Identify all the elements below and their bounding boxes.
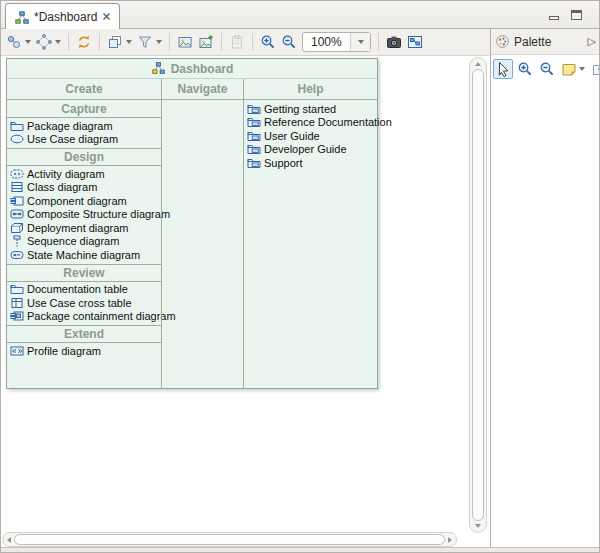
dashboard-item-deployment-diagram[interactable]: Deployment diagram (7, 221, 161, 235)
dashboard-item-profile-diagram[interactable]: Profile diagram (7, 344, 161, 358)
dashboard-item-label: Package diagram (27, 120, 113, 132)
dashboard-item-documentation-table[interactable]: Documentation table (7, 283, 161, 297)
arrange-button[interactable] (34, 32, 63, 52)
component-diagram-icon (10, 195, 24, 207)
help-item-label: Getting started (264, 103, 336, 115)
palette-header: Palette ▷ (491, 29, 600, 55)
section-header-design: Design (7, 148, 161, 166)
zoom-in-button[interactable] (258, 32, 278, 52)
composite-structure-diagram-icon (10, 208, 24, 220)
overview-button[interactable] (405, 32, 425, 52)
horizontal-scrollbar-thumb[interactable] (14, 534, 445, 545)
dashboard-column-help: Help Getting startedReference Documentat… (243, 79, 377, 389)
image-button[interactable] (175, 32, 195, 52)
dashboard-item-use-case-diagram[interactable]: Use Case diagram (7, 133, 161, 147)
copy-appearance-button[interactable] (105, 32, 134, 52)
chevron-down-icon[interactable] (25, 40, 31, 44)
dashboard-item-activity-diagram[interactable]: Activity diagram (7, 167, 161, 181)
section-header-review: Review (7, 264, 161, 282)
zoom-level-combo[interactable]: 100% (302, 32, 371, 52)
help-item-support[interactable]: Support (244, 156, 377, 170)
sync-icon (76, 34, 92, 50)
zoom-level-value[interactable]: 100% (303, 35, 350, 49)
scroll-down-arrow-icon[interactable] (475, 524, 481, 528)
vertical-scrollbar[interactable] (469, 57, 487, 533)
dashboard-item-use-case-cross-table[interactable]: Use Case cross table (7, 296, 161, 310)
palette-toolbar (491, 55, 600, 83)
dashboard-icon (151, 62, 166, 75)
chevron-down-icon[interactable] (579, 67, 585, 71)
zoom-in-tool-icon (517, 61, 533, 77)
dashboard-panel-title: Dashboard (7, 59, 377, 79)
help-item-label: Developer Guide (264, 143, 347, 155)
zoom-in-tool[interactable] (515, 59, 535, 79)
chevron-down-icon[interactable] (156, 40, 162, 44)
select-tool-icon (495, 61, 511, 77)
palette-view: Palette ▷ (490, 29, 600, 547)
dashboard-item-package-containment-diagram[interactable]: Package containment diagram (7, 310, 161, 324)
section-header-capture: Capture (7, 100, 161, 118)
zoom-level-dropdown-button[interactable] (350, 33, 370, 51)
dashboard-item-state-machine-diagram[interactable]: State Machine diagram (7, 248, 161, 262)
vertical-scrollbar-thumb[interactable] (472, 69, 484, 521)
sequence-diagram-icon (10, 235, 24, 247)
help-topic-icon (247, 157, 261, 169)
help-topic-icon (247, 116, 261, 128)
toolbar-separator (169, 33, 170, 51)
scroll-left-arrow-icon[interactable] (7, 537, 11, 543)
dashboard-title-text: Dashboard (171, 62, 234, 76)
copy-appearance-icon (107, 34, 123, 50)
link-tool[interactable] (589, 59, 600, 79)
dashboard-item-label: State Machine diagram (27, 249, 140, 261)
palette-icon (495, 34, 510, 49)
camera-button[interactable] (384, 32, 404, 52)
maximize-view-button[interactable] (569, 9, 583, 21)
class-diagram-icon (10, 181, 24, 193)
sync-button[interactable] (74, 32, 94, 52)
zoom-out-button[interactable] (279, 32, 299, 52)
toolbar-separator (378, 33, 379, 51)
help-item-label: User Guide (264, 130, 320, 142)
filter-button[interactable] (135, 32, 164, 52)
help-item-getting-started[interactable]: Getting started (244, 102, 377, 116)
dashboard-item-component-diagram[interactable]: Component diagram (7, 194, 161, 208)
window-bottom-edge (1, 547, 599, 553)
image-plus-button[interactable] (196, 32, 216, 52)
dashboard-item-label: Documentation table (27, 283, 128, 295)
help-item-reference-documentation[interactable]: Reference Documentation (244, 116, 377, 130)
diagram-nodes-icon (6, 34, 22, 50)
dashboard-item-package-diagram[interactable]: Package diagram (7, 119, 161, 133)
dashboard-item-label: Package containment diagram (27, 310, 176, 322)
palette-expand-icon[interactable]: ▷ (588, 35, 596, 48)
dashboard-item-class-diagram[interactable]: Class diagram (7, 181, 161, 195)
diagram-nodes-button[interactable] (4, 32, 33, 52)
minimize-view-button[interactable] (547, 9, 561, 21)
note-tool[interactable] (559, 59, 587, 79)
deployment-diagram-icon (10, 222, 24, 234)
chevron-down-icon[interactable] (126, 40, 132, 44)
horizontal-scrollbar[interactable] (2, 532, 457, 547)
dashboard-item-composite-structure-diagram[interactable]: Composite Structure diagram (7, 208, 161, 222)
maximize-icon (571, 10, 582, 20)
zoom-out-tool[interactable] (537, 59, 557, 79)
image-icon (177, 34, 193, 50)
dashboard-section-review: ReviewDocumentation tableUse Case cross … (7, 264, 161, 326)
scroll-up-arrow-icon[interactable] (475, 62, 481, 66)
editor-tab-dashboard[interactable]: *Dashboard (5, 3, 120, 29)
help-item-user-guide[interactable]: User Guide (244, 129, 377, 143)
scroll-right-arrow-icon[interactable] (448, 537, 452, 543)
help-topic-icon (247, 103, 261, 115)
dashboard-item-sequence-diagram[interactable]: Sequence diagram (7, 235, 161, 249)
overview-icon (407, 34, 423, 50)
chevron-down-icon (358, 40, 364, 44)
tab-close-icon[interactable] (102, 12, 111, 21)
papyrus-model-icon (14, 10, 29, 23)
dashboard-section-capture: CapturePackage diagramUse Case diagram (7, 100, 161, 148)
chevron-down-icon[interactable] (55, 40, 61, 44)
dashboard-section-extend: ExtendProfile diagram (7, 325, 161, 360)
diagram-canvas: Dashboard Create CapturePackage diagramU… (1, 56, 490, 547)
help-item-developer-guide[interactable]: Developer Guide (244, 143, 377, 157)
select-tool[interactable] (493, 59, 513, 79)
activity-diagram-icon (10, 168, 24, 180)
tab-title: *Dashboard (34, 10, 97, 24)
